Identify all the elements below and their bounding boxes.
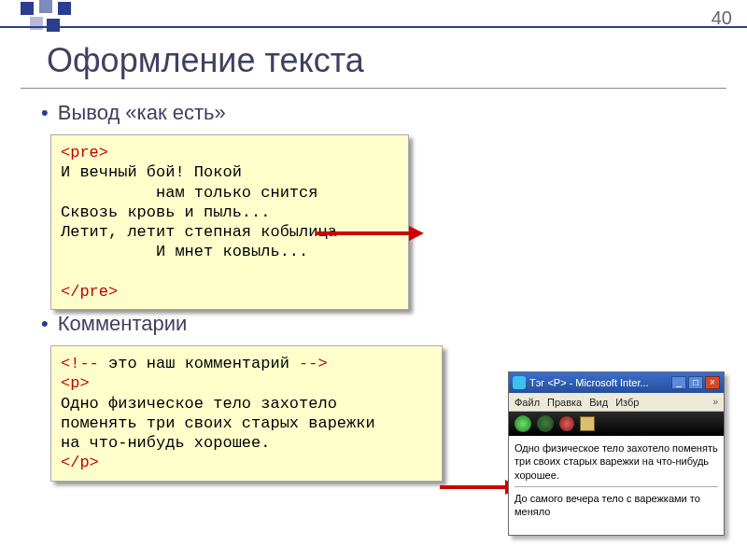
p-close-tag: </p> (61, 454, 99, 471)
browser-content: Одно физическое тело захотело поменять т… (509, 436, 724, 535)
pre-body: И вечный бой! Покой нам только снится Ск… (61, 163, 337, 260)
minimize-button[interactable]: _ (671, 376, 686, 389)
browser-title: Тэг <P> - Microsoft Inter... (529, 377, 669, 388)
maximize-button[interactable]: □ (688, 376, 703, 389)
bullet-output-as-is: Вывод «как есть» (41, 101, 226, 125)
ie-icon (513, 376, 526, 389)
slide-title: Оформление текста (47, 41, 364, 80)
forward-button-icon[interactable] (537, 415, 554, 432)
content-divider (514, 486, 718, 487)
browser-toolbar (509, 412, 724, 436)
comment-close: --> (299, 355, 328, 372)
browser-menubar[interactable]: Файл Правка Вид Избр » (509, 393, 724, 412)
bullet-comments: Комментарии (41, 312, 187, 336)
code-block-pre: <pre> И вечный бой! Покой нам только сни… (50, 134, 409, 310)
code-block-comment: <!-- это наш комментарий --> <p> Одно фи… (50, 345, 443, 482)
browser-titlebar[interactable]: Тэг <P> - Microsoft Inter... _ □ × (509, 372, 724, 393)
menu-fav[interactable]: Избр (615, 397, 639, 408)
page-number: 40 (712, 7, 732, 29)
menu-file[interactable]: Файл (514, 397, 540, 408)
menu-view[interactable]: Вид (589, 397, 608, 408)
top-rule (0, 0, 747, 28)
comment-open: <!-- (61, 355, 99, 372)
pre-close-tag: </pre> (61, 283, 118, 301)
menu-edit[interactable]: Правка (547, 397, 582, 408)
comment-text: это наш комментарий (99, 355, 299, 372)
back-button-icon[interactable] (514, 415, 531, 432)
stop-button-icon[interactable] (559, 416, 574, 431)
pre-open-tag: <pre> (61, 144, 108, 161)
rendered-para-2: До самого вечера тело с варежками то мен… (514, 492, 718, 519)
home-button-icon[interactable] (580, 416, 595, 431)
title-underline (21, 88, 726, 89)
rendered-para-1: Одно физическое тело захотело поменять т… (514, 441, 718, 482)
menu-overflow-icon[interactable]: » (712, 397, 718, 407)
close-button[interactable]: × (705, 376, 720, 389)
p-open-tag: <p> (61, 374, 90, 392)
browser-preview-window: Тэг <P> - Microsoft Inter... _ □ × Файл … (508, 371, 725, 536)
p-body: Одно физическое тело захотело поменять т… (61, 395, 375, 453)
